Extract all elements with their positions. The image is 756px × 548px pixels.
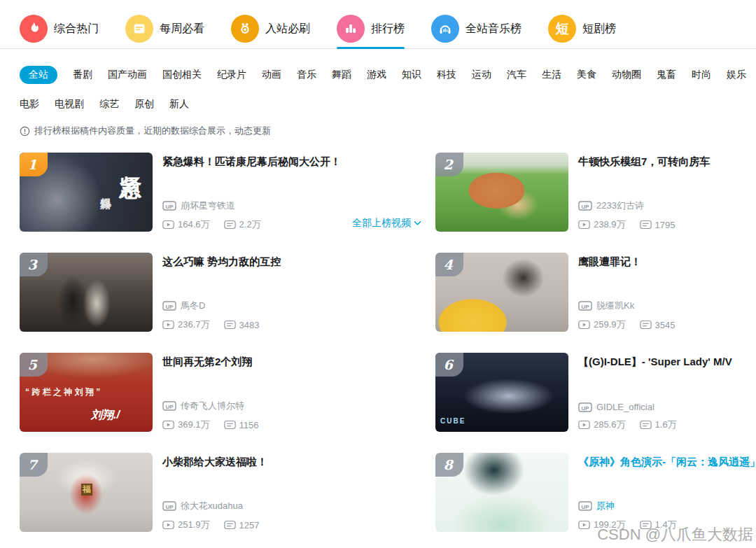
nav-label: 短剧榜	[582, 22, 616, 36]
tab-纪录片[interactable]: 纪录片	[217, 66, 246, 84]
danmaku-count: 1795	[640, 220, 676, 230]
up-owner[interactable]: UP GIDLE_official	[578, 402, 756, 412]
nav-item-medal[interactable]: 入站必刷	[231, 9, 310, 49]
video-thumbnail[interactable]: 6 CUBE	[435, 353, 568, 432]
video-title[interactable]: 紧急爆料！匹诺康尼幕后秘闻大公开！	[162, 154, 435, 169]
video-title[interactable]: 小柴郡给大家送福啦！	[162, 454, 435, 469]
rank-card[interactable]: 4 鹰眼遭罪记！ UP 脱缰凯Kk	[435, 253, 756, 332]
rank-badge: 8	[435, 453, 463, 477]
tab-科技[interactable]: 科技	[437, 66, 456, 84]
video-title[interactable]: 鹰眼遭罪记！	[578, 254, 756, 269]
nav-item-fire[interactable]: 综合热门	[20, 9, 99, 49]
up-icon: UP	[578, 201, 592, 211]
tab-电视剧[interactable]: 电视剧	[55, 95, 84, 113]
video-thumbnail[interactable]: 5 “ 跨 栏 之 神 刘 翔 ”刘翔./	[20, 353, 153, 432]
tab-电影[interactable]: 电影	[20, 95, 39, 113]
rank-badge: 6	[435, 353, 463, 377]
chevron-down-icon	[414, 220, 421, 226]
up-owner[interactable]: UP 脱缰凯Kk	[578, 300, 756, 312]
danmaku-count: 3545	[640, 320, 676, 330]
video-thumbnail[interactable]: 8	[435, 453, 568, 532]
nav-label: 入站必刷	[265, 22, 310, 36]
all-ranked-videos-link[interactable]: 全部上榜视频	[352, 217, 421, 230]
tab-番剧[interactable]: 番剧	[73, 66, 92, 84]
play-icon	[578, 220, 590, 230]
rank-badge: 5	[20, 353, 48, 377]
nav-item-calendar[interactable]: 每周必看	[125, 9, 204, 49]
rank-card[interactable]: 6 CUBE 【(G)I-DLE】- 'Super Lady' M/V UP G…	[435, 353, 756, 432]
video-title[interactable]: 《原神》角色演示-「闲云：逸风逍遥」	[578, 454, 756, 469]
rank-card[interactable]: 3 这么巧嘛 势均力敌的互控 UP 馬冬D	[20, 253, 435, 332]
rank-card[interactable]: 2 牛顿快乐模组7，可转向房车 UP 2233幻古诗	[435, 153, 756, 232]
svg-text:UP: UP	[165, 504, 174, 510]
rank-card[interactable]: 8 《原神》角色演示-「闲云：逸风逍遥」 UP 原神	[435, 453, 756, 532]
rank-card[interactable]: 7 福 小柴郡给大家送福啦！ UP 徐大花xudahua	[20, 453, 435, 532]
tab-美食[interactable]: 美食	[577, 66, 596, 84]
up-owner[interactable]: UP 原神	[578, 500, 756, 512]
tab-综艺[interactable]: 综艺	[99, 95, 119, 113]
danmaku-icon	[224, 220, 236, 230]
tab-游戏[interactable]: 游戏	[367, 66, 386, 84]
rank-badge: 4	[435, 253, 463, 276]
svg-text:UP: UP	[165, 404, 174, 410]
category-tabs: 全站番剧国产动画国创相关纪录片动画音乐舞蹈游戏知识科技运动汽车生活美食动物圈鬼畜…	[0, 49, 756, 113]
tab-音乐[interactable]: 音乐	[297, 66, 316, 84]
up-owner[interactable]: UP 馬冬D	[162, 300, 435, 312]
tab-时尚[interactable]: 时尚	[692, 66, 711, 84]
tab-全站[interactable]: 全站	[20, 66, 57, 84]
svg-text:UP: UP	[581, 405, 589, 411]
up-owner[interactable]: UP 徐大花xudahua	[162, 500, 435, 512]
tab-原创[interactable]: 原创	[134, 95, 154, 113]
tab-国创相关[interactable]: 国创相关	[162, 66, 202, 84]
video-thumbnail[interactable]: 7 福	[20, 453, 153, 532]
thumbnail-text: 福	[81, 484, 92, 496]
play-count: 251.9万	[162, 519, 210, 531]
video-title[interactable]: 这么巧嘛 势均力敌的互控	[162, 254, 435, 269]
video-thumbnail[interactable]: 4	[435, 253, 568, 332]
svg-text:UP: UP	[581, 504, 589, 510]
up-icon: UP	[162, 301, 176, 311]
nav-label: 排行榜	[371, 22, 405, 36]
tab-国产动画[interactable]: 国产动画	[108, 66, 147, 84]
up-owner[interactable]: UP 崩坏星穹铁道	[162, 199, 435, 212]
danmaku-count: 1257	[224, 520, 260, 531]
tab-娱乐[interactable]: 娱乐	[727, 66, 746, 84]
video-title[interactable]: 世间再无第2个刘翔	[162, 354, 435, 369]
video-title[interactable]: 牛顿快乐模组7，可转向房车	[578, 154, 756, 169]
rank-badge: 7	[20, 453, 48, 477]
tab-运动[interactable]: 运动	[472, 66, 491, 84]
tab-鬼畜[interactable]: 鬼畜	[657, 66, 676, 84]
tab-动物圈[interactable]: 动物圈	[612, 66, 641, 84]
tab-动画[interactable]: 动画	[262, 66, 281, 84]
danmaku-icon	[224, 420, 236, 430]
play-count: 259.9万	[578, 318, 626, 331]
tab-生活[interactable]: 生活	[542, 66, 561, 84]
rank-card[interactable]: 5 “ 跨 栏 之 神 刘 翔 ”刘翔./ 世间再无第2个刘翔 UP 传奇飞人博…	[20, 353, 435, 432]
video-title[interactable]: 【(G)I-DLE】- 'Super Lady' M/V	[578, 354, 756, 369]
play-icon	[162, 320, 174, 330]
up-icon: UP	[578, 301, 592, 311]
tab-汽车[interactable]: 汽车	[507, 66, 526, 84]
thumbnail-text: CUBE	[440, 417, 465, 425]
svg-text:UP: UP	[165, 304, 174, 310]
video-thumbnail[interactable]: 2	[435, 153, 568, 232]
play-icon	[578, 420, 590, 430]
up-owner[interactable]: UP 传奇飞人博尔特	[162, 400, 435, 412]
rank-badge: 3	[20, 253, 48, 276]
tab-新人[interactable]: 新人	[169, 95, 189, 113]
nav-item-short-drama[interactable]: 短 短剧榜	[548, 9, 616, 49]
calendar-icon	[125, 15, 153, 43]
up-owner[interactable]: UP 2233幻古诗	[578, 199, 756, 212]
rank-badge: 1	[20, 153, 48, 176]
tab-知识[interactable]: 知识	[402, 66, 421, 84]
danmaku-icon	[640, 220, 652, 230]
video-thumbnail[interactable]: 3	[20, 253, 153, 332]
nav-item-headphones[interactable]: 全站音乐榜	[431, 9, 522, 49]
danmaku-count: 3483	[224, 320, 260, 330]
short-drama-icon: 短	[548, 15, 576, 43]
tab-舞蹈[interactable]: 舞蹈	[332, 66, 351, 84]
nav-item-podium-chart[interactable]: 排行榜	[337, 9, 405, 49]
play-count: 369.1万	[162, 419, 210, 431]
video-thumbnail[interactable]: 1 紧急爆料	[20, 153, 153, 232]
danmaku-count: 1156	[224, 420, 259, 430]
